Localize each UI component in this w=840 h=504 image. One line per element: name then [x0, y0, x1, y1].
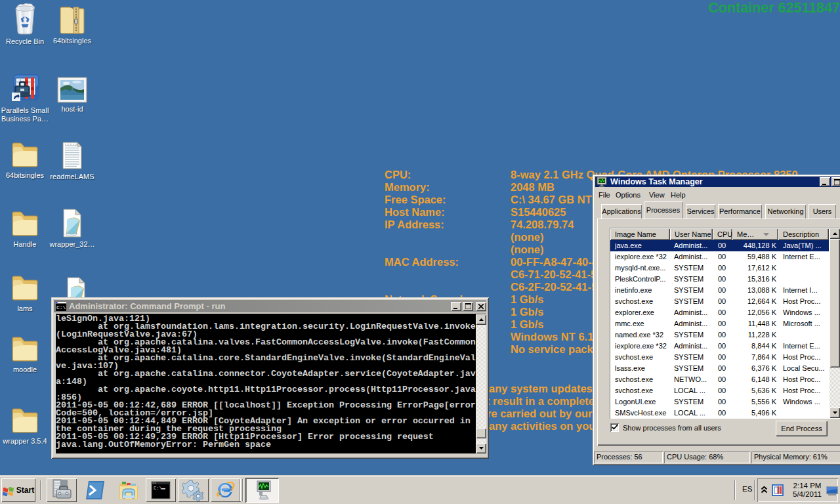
svg-text:C:\: C:\	[56, 304, 66, 310]
svg-text:C:\: C:\	[154, 486, 162, 491]
